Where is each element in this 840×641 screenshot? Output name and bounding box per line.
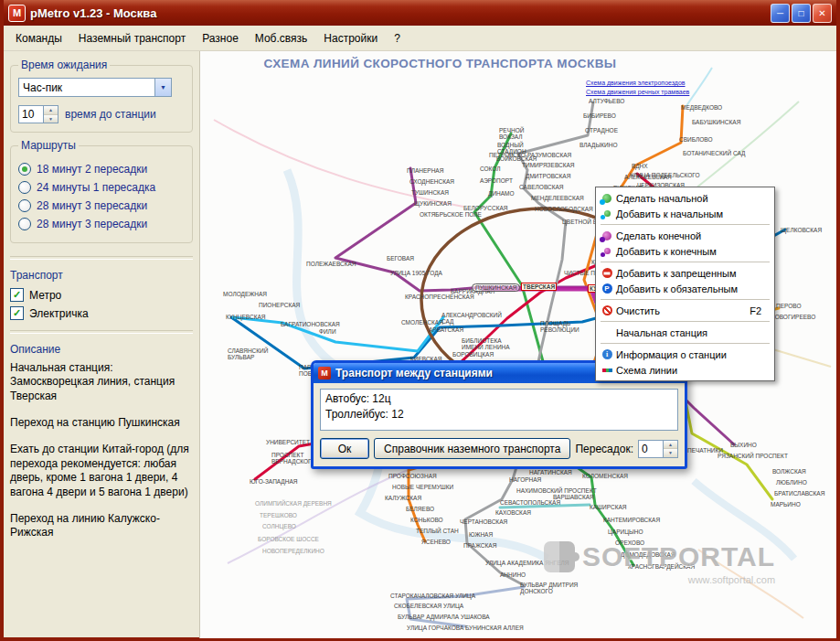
checkbox-icon[interactable]: ✓ [10, 306, 24, 320]
station-label[interactable]: СКОБЕЛЕВСКАЯ УЛИЦА [394, 603, 463, 609]
station-label[interactable]: ВОЛЖСКАЯ [772, 468, 806, 475]
spinner-up-icon[interactable]: ▲ [664, 441, 677, 450]
station-label[interactable]: РЕЧНОЙ ВОКЗАЛ [499, 127, 539, 140]
station-label[interactable]: БИБЛИОТЕКА ИМЕНИ ЛЕНИНА [462, 337, 513, 350]
context-menu-item[interactable]: Схема линии [598, 362, 772, 378]
station-label[interactable]: ДМИТРОВСКАЯ [526, 173, 570, 179]
station-label[interactable]: ПРАЖСКАЯ [463, 542, 496, 549]
station-label[interactable]: ТВЕРСКАЯ [521, 283, 557, 291]
spinner-down-icon[interactable]: ▼ [664, 449, 677, 457]
station-label[interactable]: ОЛИМПИЙСКАЯ ДЕРЕВНЯ [255, 500, 332, 507]
context-menu-item[interactable]: Добавить к обязательным [598, 281, 772, 296]
station-label[interactable]: РЯЗАНСКИЙ ПРОСПЕКТ [718, 453, 788, 459]
chevron-down-icon[interactable]: ▼ [154, 79, 171, 96]
station-label[interactable]: ПУШКИНСКАЯ [472, 283, 520, 292]
menubar-item[interactable]: Настройки [315, 28, 386, 48]
station-label[interactable]: МОЛОДЕЖНАЯ [223, 291, 267, 297]
station-label[interactable]: СТАРОКАЧАЛОВСКАЯ УЛИЦА [390, 593, 475, 599]
transfers-spinner[interactable]: 0 ▲▼ [638, 440, 678, 458]
station-label[interactable]: СЛАВЯНСКИЙ БУЛЬВАР [228, 347, 273, 360]
radio-icon[interactable] [18, 199, 31, 212]
station-label[interactable]: ОТРАДНОЕ [585, 127, 618, 134]
station-label[interactable]: НАГОРНАЯ [509, 476, 541, 483]
station-label[interactable]: ЮЖНАЯ [469, 531, 493, 538]
station-label[interactable]: ВОЙКОВСКАЯ [496, 155, 537, 162]
station-label[interactable]: БАГРАТИОНОВСКАЯ [281, 321, 340, 327]
context-menu-item[interactable]: Сделать конечной [598, 228, 772, 243]
station-label[interactable]: СОЛНЦЕВО [262, 523, 296, 529]
context-menu-item[interactable]: ОчиститьF2 [598, 303, 772, 318]
station-label[interactable]: ДИНАМО [488, 190, 515, 197]
station-label[interactable]: БЕГОВАЯ [387, 255, 414, 262]
checkbox-icon[interactable]: ✓ [10, 288, 24, 302]
station-label[interactable]: ПЕРОВО [776, 303, 801, 309]
station-label[interactable]: ЧЕРТАНОВСКАЯ [460, 518, 507, 525]
station-label[interactable]: УЛИЦА 1905 ГОДА [390, 270, 442, 276]
station-label[interactable]: УЛИЦА ГОРЧАКОВА [407, 625, 463, 631]
station-label[interactable]: АННИНО [500, 572, 526, 578]
station-label[interactable]: СЕВАСТОПОЛЬСКАЯ [500, 499, 560, 506]
station-label[interactable]: СВИБЛОВО [679, 136, 712, 143]
spinner-arrows[interactable]: ▲▼ [663, 441, 677, 457]
station-label[interactable]: ПОЛЕЖАЕВСКАЯ [306, 261, 356, 267]
station-label[interactable]: ПИОНЕРСКАЯ [259, 302, 300, 308]
radio-icon[interactable] [18, 218, 31, 230]
ground-transport-reference-button[interactable]: Справочник наземного транспорта [374, 438, 570, 459]
station-label[interactable]: ТЕПЛЫЙ СТАН [416, 528, 459, 534]
station-label[interactable]: АЛЕКСАНДРОВСКИЙ САД [441, 312, 498, 325]
close-button[interactable]: ✕ [813, 4, 832, 23]
transport-option[interactable]: ✓Метро [10, 287, 193, 303]
station-label[interactable]: ВДНХ [632, 163, 648, 169]
context-menu-item[interactable]: Информация о станции [598, 347, 772, 362]
station-label[interactable]: СМОЛЕНСКАЯ [401, 319, 443, 326]
spinner-up-icon[interactable]: ▲ [44, 106, 58, 115]
context-menu-item[interactable]: Добавить к конечным [598, 243, 772, 259]
spinner-arrows[interactable]: ▲▼ [43, 106, 58, 123]
station-label[interactable]: ПРОФСОЮЗНАЯ [388, 473, 437, 479]
station-label[interactable]: ВАРШАВСКАЯ [553, 494, 594, 500]
station-label[interactable]: УНИВЕРСИТЕТ [266, 439, 310, 445]
station-label[interactable]: АЭРОПОРТ [480, 177, 513, 184]
station-label[interactable]: САВЕЛОВСКАЯ [519, 184, 564, 190]
route-option[interactable]: 18 минут 2 пересадки [18, 161, 185, 176]
context-menu-item[interactable]: Добавить к начальным [598, 206, 772, 221]
station-label[interactable]: БУНИНСКАЯ АЛЛЕЯ [465, 625, 524, 631]
menubar-item[interactable]: Наземный транспорт [70, 28, 194, 48]
station-label[interactable]: АЛТУФЬЕВО [589, 98, 624, 104]
station-label[interactable]: СОКОЛ [480, 166, 501, 172]
route-option[interactable]: 28 минут 3 пересадки [18, 198, 185, 213]
station-label[interactable]: КУНЦЕВСКАЯ [226, 314, 265, 320]
context-menu-item[interactable]: Сделать начальной [598, 190, 772, 206]
station-label[interactable]: НОВОГИРЕЕВО [771, 314, 815, 320]
station-label[interactable]: БОРОВСКОЕ ШОССЕ [258, 536, 319, 542]
menubar-item[interactable]: ? [386, 28, 409, 48]
ok-button[interactable]: Ок [320, 438, 369, 459]
station-label[interactable]: ПЛОЩАДЬ РЕВОЛЮЦИИ [540, 320, 591, 333]
spinner-down-icon[interactable]: ▼ [44, 115, 58, 123]
station-label[interactable]: ТЕРЕШКОВО [260, 512, 297, 518]
station-label[interactable]: ЛЮБЛИНО [776, 479, 807, 486]
station-label[interactable]: АРБАТСКАЯ [429, 326, 463, 333]
station-label[interactable]: КАШИРСКАЯ [590, 504, 627, 510]
minimize-button[interactable]: ─ [771, 4, 790, 23]
menubar-item[interactable]: Разное [194, 28, 247, 48]
menubar-item[interactable]: Команды [7, 28, 70, 48]
station-label[interactable]: КОЛОМЕНСКАЯ [582, 473, 628, 479]
time-to-station-spinner[interactable]: 10 ▲▼ [18, 105, 58, 123]
station-label[interactable]: СХОДНЕНСКАЯ [409, 178, 454, 185]
station-label[interactable]: ВЫХИНО [730, 442, 757, 448]
station-label[interactable]: ЦАРИЦЫНО [608, 529, 643, 535]
station-label[interactable]: КАНТЕМИРОВСКАЯ [603, 517, 660, 523]
station-label[interactable]: ТУШИНСКАЯ [411, 189, 449, 196]
station-label[interactable]: ВОДНЫЙ СТАДИОН [497, 142, 537, 155]
station-label[interactable]: МЕНДЕЛЕЕВСКАЯ [531, 195, 584, 201]
station-label[interactable]: БУЛЬВАР АДМИРАЛА УШАКОВА [398, 614, 490, 620]
radio-icon[interactable] [18, 163, 31, 176]
rush-hour-combobox[interactable]: Час-пик ▼ [18, 78, 172, 97]
menubar-item[interactable]: Моб.связь [247, 28, 316, 48]
station-label[interactable]: МАРЬИНО [771, 501, 801, 507]
station-label[interactable]: НОВОПЕРЕДЕЛКИНО [262, 548, 324, 554]
station-label[interactable]: НОВЫЕ ЧЕРЕМУШКИ [392, 484, 453, 490]
radio-icon[interactable] [18, 181, 31, 194]
station-label[interactable]: БРАТИСЛАВСКАЯ [774, 490, 824, 497]
